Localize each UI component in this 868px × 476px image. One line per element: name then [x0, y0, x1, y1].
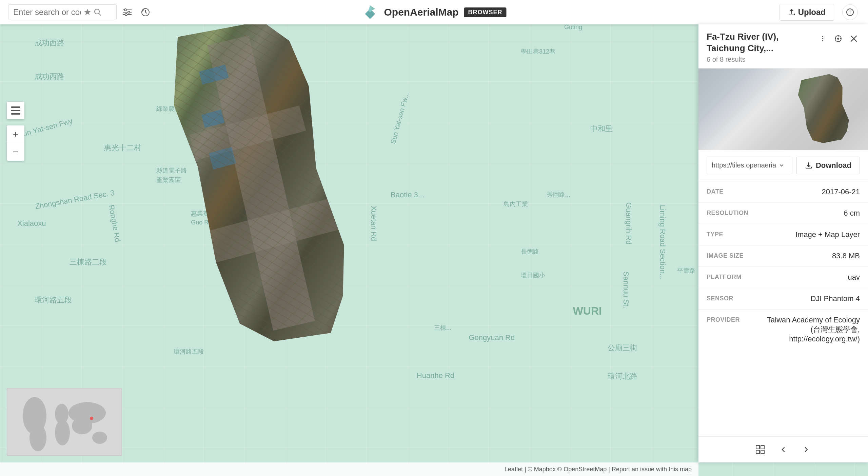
svg-rect-37: [761, 450, 764, 454]
map-label: 塭日國小: [521, 271, 545, 279]
map-label: 成功西路: [35, 72, 64, 82]
history-button[interactable]: [138, 4, 153, 20]
search-input[interactable]: [13, 7, 81, 17]
map-label: Sun Yat-sen Fwy: [17, 117, 74, 140]
info-icon: i: [846, 8, 854, 16]
svg-rect-34: [756, 445, 760, 449]
map-label: 三棟路二段: [70, 257, 107, 267]
svg-point-17: [124, 9, 126, 11]
upload-button[interactable]: Upload: [780, 4, 834, 21]
logo-icon: [361, 4, 378, 21]
download-area: https://tiles.openaeria Download: [698, 150, 868, 181]
metadata-table: DATE 2017-06-21 RESOLUTION 6 cm TYPE Ima…: [698, 181, 868, 436]
map-label: Guangrih Rd: [624, 202, 633, 244]
meta-value: uav: [761, 273, 860, 282]
layer-control-button[interactable]: [7, 102, 24, 119]
panel-subtitle: 6 of 8 results: [707, 56, 816, 63]
map-label: Xuetan Rd: [369, 206, 378, 241]
metadata-row: TYPE Image + Map Layer: [698, 224, 868, 245]
zoom-in-button[interactable]: +: [7, 125, 24, 143]
map-label: 長德路: [521, 247, 539, 256]
meta-label: RESOLUTION: [707, 209, 761, 217]
svg-point-27: [837, 38, 839, 40]
svg-point-19: [125, 14, 127, 16]
download-icon: [805, 162, 812, 169]
dropdown-icon: [779, 163, 784, 168]
search-container[interactable]: [8, 4, 117, 20]
map-label: 秀岡路...: [547, 191, 570, 199]
locate-button[interactable]: [832, 33, 844, 45]
grid-view-button[interactable]: [753, 442, 768, 457]
map-label: Liming Road Section...: [658, 205, 667, 280]
more-options-button[interactable]: [816, 33, 829, 45]
grid-icon: [755, 445, 765, 454]
map-label: 成功西路: [35, 38, 64, 48]
close-icon: [850, 35, 857, 42]
meta-value: 6 cm: [761, 209, 860, 218]
tiles-url-display[interactable]: https://tiles.openaeria: [707, 157, 792, 174]
upload-icon: [788, 8, 795, 16]
svg-point-7: [55, 420, 70, 445]
map-label: 島內工業: [504, 200, 528, 208]
logo-area: OpenAerialMap BROWSER: [361, 4, 506, 21]
svg-point-23: [822, 36, 823, 37]
zoom-controls: + −: [7, 125, 24, 161]
next-result-button[interactable]: [799, 442, 814, 457]
svg-point-11: [90, 417, 93, 420]
attribution-bar: Leaflet | © Mapbox © OpenStreetMap | Rep…: [0, 462, 698, 476]
minimap: [7, 388, 122, 456]
tiles-url-text: https://tiles.openaeria: [712, 161, 776, 169]
svg-rect-1: [11, 110, 20, 111]
meta-label: DATE: [707, 187, 761, 195]
metadata-row: PLATFORM uav: [698, 267, 868, 288]
map-label: 環河路五段: [174, 348, 204, 356]
metadata-row: IMAGE SIZE 83.8 MB: [698, 245, 868, 267]
map-label: 三棟...: [434, 324, 451, 332]
panel-header: Fa-Tzu River (IV), Taichung City,... 6 o…: [698, 24, 868, 68]
svg-point-5: [29, 424, 46, 451]
metadata-row: PROVIDER Taiwan Academy of Ecology (台灣生態…: [698, 310, 868, 350]
meta-label: PLATFORM: [707, 273, 761, 281]
panel-header-actions: [816, 33, 860, 45]
prev-result-button[interactable]: [776, 442, 791, 457]
thumbnail-aerial-image: [792, 70, 856, 148]
meta-label: IMAGE SIZE: [707, 252, 761, 259]
chevron-right-icon: [802, 445, 810, 454]
map-label: Zhongshan Road Sec. 3: [35, 188, 115, 211]
history-icon: [141, 8, 150, 17]
close-panel-button[interactable]: [848, 33, 860, 45]
svg-point-24: [822, 38, 823, 39]
meta-value: 83.8 MB: [761, 252, 860, 260]
panel-header-text: Fa-Tzu River (IV), Taichung City,... 6 o…: [707, 31, 816, 63]
map-label: Sun Yat-sen Fw...: [389, 92, 411, 145]
meta-label: SENSOR: [707, 294, 761, 302]
more-icon: [819, 35, 826, 42]
map-label: Sannuu St.: [622, 272, 630, 309]
map-label: 產業園區: [156, 176, 181, 184]
logo-text: OpenAerialMap: [384, 6, 458, 18]
svg-point-10: [92, 432, 107, 444]
meta-value: Image + Map Layer: [761, 230, 860, 239]
svg-rect-35: [761, 445, 764, 449]
browser-badge: BROWSER: [464, 7, 507, 17]
map-label: Guting: [564, 24, 582, 31]
download-label: Download: [816, 161, 851, 170]
map-label: Xialaoxu: [17, 219, 46, 228]
map-label: Baotie 3...: [391, 191, 424, 199]
side-panel: Fa-Tzu River (IV), Taichung City,... 6 o…: [698, 24, 868, 462]
zoom-out-button[interactable]: −: [7, 143, 24, 161]
attribution-text: Leaflet | © Mapbox © OpenStreetMap | Rep…: [505, 466, 692, 473]
map-label: 惠光十二村: [104, 143, 141, 153]
svg-point-25: [822, 40, 823, 41]
map-label: 公廟三街: [608, 343, 637, 353]
chevron-left-icon: [779, 445, 787, 454]
meta-label: TYPE: [707, 230, 761, 238]
map-label: Ronghe Rd: [107, 204, 122, 243]
info-button[interactable]: i: [842, 4, 858, 20]
svg-line-13: [99, 14, 101, 16]
filter-button[interactable]: [119, 4, 135, 20]
panel-thumbnail: [698, 68, 868, 150]
svg-point-18: [128, 11, 130, 13]
map-label: Huanhe Rd: [417, 371, 454, 380]
download-button[interactable]: Download: [796, 157, 860, 174]
